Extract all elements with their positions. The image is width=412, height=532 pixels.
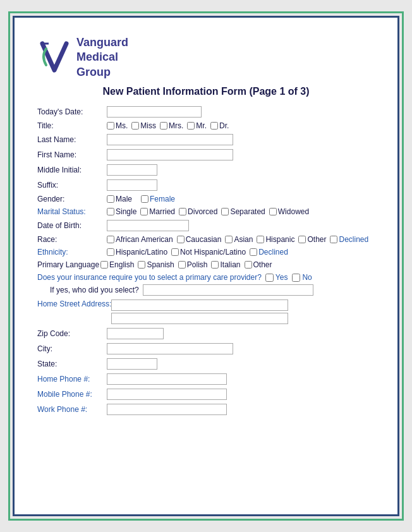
city-input[interactable] xyxy=(107,343,233,354)
race-hispanic-checkbox[interactable] xyxy=(257,236,264,243)
insurance-no-label: No xyxy=(302,273,312,282)
ethnicity-declined-checkbox[interactable] xyxy=(250,248,257,256)
marital-separated[interactable]: Separated xyxy=(221,207,265,216)
work-phone-row: Work Phone #: xyxy=(37,404,375,415)
race-other-checkbox[interactable] xyxy=(298,236,306,243)
race-row: Race: African American Caucasian Asian H… xyxy=(37,235,375,244)
ethnicity-row: Ethnicity: Hispanic/Latino Not Hispanic/… xyxy=(37,248,375,257)
city-row: City: xyxy=(37,343,375,354)
middle-initial-input[interactable] xyxy=(107,164,157,176)
work-phone-input[interactable] xyxy=(107,404,227,415)
title-mrs[interactable]: Mrs. xyxy=(160,121,183,130)
first-name-row: First Name: xyxy=(37,149,375,160)
race-other[interactable]: Other xyxy=(298,235,326,244)
gender-female[interactable]: Female xyxy=(141,195,175,203)
language-other-checkbox[interactable] xyxy=(245,261,252,269)
mobile-phone-row: Mobile Phone #: xyxy=(37,389,375,400)
race-declined-checkbox[interactable] xyxy=(330,236,337,243)
marital-married[interactable]: Married xyxy=(140,207,175,216)
ethnicity-not-hispanic-checkbox[interactable] xyxy=(171,248,179,256)
first-name-input[interactable] xyxy=(107,149,233,160)
race-checkboxes: African American Caucasian Asian Hispani… xyxy=(107,235,371,244)
race-caucasian-checkbox[interactable] xyxy=(177,236,185,243)
language-italian[interactable]: Italian xyxy=(211,260,240,269)
language-checkboxes: English Spanish Polish Italian Other xyxy=(100,260,274,269)
home-phone-input[interactable] xyxy=(107,373,227,385)
marital-single-checkbox[interactable] xyxy=(107,208,114,215)
suffix-input[interactable] xyxy=(107,179,157,191)
home-phone-row: Home Phone #: xyxy=(37,373,375,385)
marital-status-row: Marital Status: Single Married Divorced … xyxy=(37,207,375,216)
todays-date-label: Today's Date: xyxy=(37,107,107,116)
address-line2-input[interactable] xyxy=(111,313,288,324)
last-name-input[interactable] xyxy=(107,134,233,145)
title-ms-checkbox[interactable] xyxy=(107,122,114,130)
language-label: Primary Language xyxy=(37,260,99,269)
title-ms[interactable]: Ms. xyxy=(107,121,128,130)
dob-input[interactable] xyxy=(107,220,189,231)
gender-male[interactable]: Male xyxy=(107,195,132,203)
zip-input[interactable] xyxy=(107,328,164,339)
race-african-american[interactable]: African American xyxy=(107,235,173,244)
marital-married-checkbox[interactable] xyxy=(140,208,148,215)
race-label: Race: xyxy=(37,235,107,244)
dob-row: Date of Birth: xyxy=(37,220,375,231)
marital-single[interactable]: Single xyxy=(107,207,136,216)
suffix-row: Suffix: xyxy=(37,179,375,191)
ethnicity-not-hispanic[interactable]: Not Hispanic/Latino xyxy=(171,248,246,257)
first-name-label: First Name: xyxy=(37,150,107,159)
insurance-no-checkbox[interactable] xyxy=(292,274,300,282)
todays-date-input[interactable] xyxy=(107,106,202,118)
logo-area: Vanguard Medical Group xyxy=(37,35,375,80)
gender-label: Gender: xyxy=(37,195,107,203)
mobile-phone-label: Mobile Phone #: xyxy=(37,390,107,399)
language-english-checkbox[interactable] xyxy=(100,261,108,269)
insurance-question-row: Does your insurance require you to selec… xyxy=(37,273,375,282)
gender-female-checkbox[interactable] xyxy=(141,195,148,203)
race-asian[interactable]: Asian xyxy=(225,235,253,244)
language-spanish[interactable]: Spanish xyxy=(138,260,174,269)
race-caucasian[interactable]: Caucasian xyxy=(177,235,222,244)
state-input[interactable] xyxy=(107,358,157,370)
ethnicity-hispanic-latino-checkbox[interactable] xyxy=(107,248,114,256)
gender-row: Gender: Male Female xyxy=(37,195,375,203)
marital-widowed[interactable]: Widowed xyxy=(269,207,309,216)
marital-divorced-checkbox[interactable] xyxy=(179,208,186,215)
title-miss[interactable]: Miss xyxy=(131,121,156,130)
zip-label: Zip Code: xyxy=(37,329,107,338)
provider-input[interactable] xyxy=(143,284,313,296)
title-mr[interactable]: Mr. xyxy=(187,121,207,130)
language-row: Primary Language English Spanish Polish … xyxy=(37,260,375,269)
insurance-yes-checkbox[interactable] xyxy=(265,274,274,282)
mobile-phone-input[interactable] xyxy=(107,389,227,400)
title-miss-checkbox[interactable] xyxy=(131,122,139,130)
race-hispanic[interactable]: Hispanic xyxy=(257,235,294,244)
language-polish[interactable]: Polish xyxy=(178,260,208,269)
ethnicity-hispanic-latino[interactable]: Hispanic/Latino xyxy=(107,248,167,257)
race-african-american-checkbox[interactable] xyxy=(107,236,114,243)
form-page: Vanguard Medical Group New Patient Infor… xyxy=(13,16,399,516)
title-dr[interactable]: Dr. xyxy=(210,121,229,130)
marital-separated-checkbox[interactable] xyxy=(221,208,229,215)
language-polish-checkbox[interactable] xyxy=(178,261,186,269)
language-english[interactable]: English xyxy=(100,260,134,269)
language-spanish-checkbox[interactable] xyxy=(138,261,145,269)
gender-checkboxes: Male Female xyxy=(107,195,178,203)
marital-divorced[interactable]: Divorced xyxy=(179,207,217,216)
race-asian-checkbox[interactable] xyxy=(225,236,233,243)
if-yes-label: If yes, who did you select? xyxy=(50,286,139,294)
dob-label: Date of Birth: xyxy=(37,221,107,230)
marital-checkboxes: Single Married Divorced Separated Widowe… xyxy=(107,207,312,216)
title-dr-checkbox[interactable] xyxy=(210,122,218,130)
marital-widowed-checkbox[interactable] xyxy=(269,208,277,215)
language-italian-checkbox[interactable] xyxy=(211,261,219,269)
language-other[interactable]: Other xyxy=(245,260,272,269)
address-line1-input[interactable] xyxy=(111,299,288,311)
title-row: Title: Ms. Miss Mrs. Mr. Dr. xyxy=(37,121,375,130)
title-checkboxes: Ms. Miss Mrs. Mr. Dr. xyxy=(107,121,231,130)
title-mrs-checkbox[interactable] xyxy=(160,122,167,130)
ethnicity-declined[interactable]: Declined xyxy=(250,248,288,257)
race-declined[interactable]: Declined xyxy=(330,235,368,244)
gender-male-checkbox[interactable] xyxy=(107,195,114,203)
title-mr-checkbox[interactable] xyxy=(187,122,195,130)
